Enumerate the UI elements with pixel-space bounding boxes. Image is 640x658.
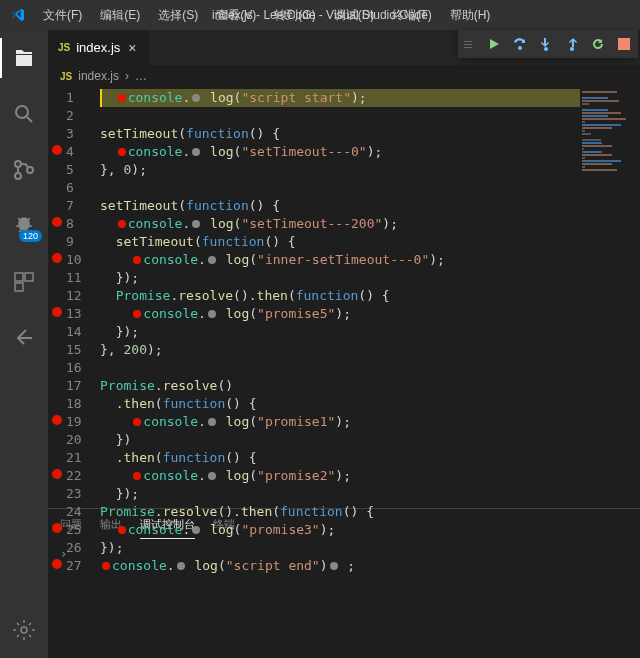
breakpoint-slot[interactable] xyxy=(48,213,66,231)
restart-button[interactable] xyxy=(590,36,606,52)
debug-activity[interactable]: 120 xyxy=(0,206,48,246)
breakpoint-slot[interactable] xyxy=(48,465,66,483)
breakpoint-slot[interactable] xyxy=(48,267,66,285)
code-line[interactable]: console. log("script end") ; xyxy=(100,557,580,575)
code-line[interactable]: console. log("promise3"); xyxy=(100,521,580,539)
breakpoint-slot[interactable] xyxy=(48,429,66,447)
breakpoint-slot[interactable] xyxy=(48,87,66,105)
line-number: 15 xyxy=(66,341,90,359)
breakpoint-slot[interactable] xyxy=(48,501,66,519)
svg-point-4 xyxy=(16,106,28,118)
extensions-activity[interactable] xyxy=(0,262,48,302)
code-line[interactable]: console. log("script start"); xyxy=(100,89,580,107)
step-into-button[interactable] xyxy=(538,36,554,52)
breakpoint-slot[interactable] xyxy=(48,393,66,411)
search-activity[interactable] xyxy=(0,94,48,134)
line-number: 20 xyxy=(66,431,90,449)
tab-index-js[interactable]: JS index.js × xyxy=(48,30,150,65)
line-number: 26 xyxy=(66,539,90,557)
editor[interactable]: 1234567891011121314151617181920212223242… xyxy=(48,87,640,508)
code-line[interactable]: .then(function() { xyxy=(100,395,580,413)
code-line[interactable]: console. log("promise5"); xyxy=(100,305,580,323)
inline-breakpoint-icon xyxy=(118,148,126,156)
code-line[interactable]: }); xyxy=(100,539,580,557)
explorer-activity[interactable] xyxy=(0,38,48,78)
breakpoint-slot[interactable] xyxy=(48,357,66,375)
breakpoint-slot[interactable] xyxy=(48,195,66,213)
menu-item[interactable]: 选择(S) xyxy=(150,3,206,28)
code-line[interactable]: }, 0); xyxy=(100,161,580,179)
step-over-button[interactable] xyxy=(512,36,528,52)
code-line[interactable]: Promise.resolve() xyxy=(100,377,580,395)
breakpoint-slot[interactable] xyxy=(48,555,66,573)
line-number: 27 xyxy=(66,557,90,575)
code-line[interactable] xyxy=(100,179,580,197)
breakpoint-slot[interactable] xyxy=(48,231,66,249)
menu-item[interactable]: 文件(F) xyxy=(35,3,90,28)
breakpoint-slot[interactable] xyxy=(48,249,66,267)
breakpoint-icon xyxy=(52,523,62,533)
breakpoint-slot[interactable] xyxy=(48,159,66,177)
code-line[interactable]: setTimeout(function() { xyxy=(100,233,580,251)
breakpoint-gutter[interactable] xyxy=(48,87,66,508)
code-line[interactable]: }); xyxy=(100,485,580,503)
code-line[interactable] xyxy=(100,359,580,377)
code-line[interactable]: console. log("promise2"); xyxy=(100,467,580,485)
leetcode-activity[interactable] xyxy=(0,318,48,358)
debug-toolbar[interactable] xyxy=(458,30,638,58)
breakpoint-slot[interactable] xyxy=(48,285,66,303)
line-number: 9 xyxy=(66,233,90,251)
code-line[interactable]: console. log("setTimeout---0"); xyxy=(100,143,580,161)
code-line[interactable]: Promise.resolve().then(function() { xyxy=(100,503,580,521)
breakpoint-slot[interactable] xyxy=(48,321,66,339)
breadcrumb-file: index.js xyxy=(78,69,119,83)
breakpoint-slot[interactable] xyxy=(48,537,66,555)
line-number: 22 xyxy=(66,467,90,485)
breakpoint-slot[interactable] xyxy=(48,123,66,141)
code-area[interactable]: console. log("script start");setTimeout(… xyxy=(100,87,580,508)
code-line[interactable] xyxy=(100,107,580,125)
source-control-activity[interactable] xyxy=(0,150,48,190)
line-number: 24 xyxy=(66,503,90,521)
breakpoint-slot[interactable] xyxy=(48,339,66,357)
code-line[interactable]: }); xyxy=(100,269,580,287)
menu-item[interactable]: 帮助(H) xyxy=(442,3,499,28)
code-line[interactable]: }, 200); xyxy=(100,341,580,359)
line-number-gutter: 1234567891011121314151617181920212223242… xyxy=(66,87,100,508)
breadcrumb[interactable]: JS index.js › … xyxy=(48,65,640,87)
line-number: 14 xyxy=(66,323,90,341)
breakpoint-slot[interactable] xyxy=(48,177,66,195)
breakpoint-slot[interactable] xyxy=(48,483,66,501)
menu-item[interactable]: 编辑(E) xyxy=(92,3,148,28)
breakpoint-slot[interactable] xyxy=(48,447,66,465)
breakpoint-slot[interactable] xyxy=(48,375,66,393)
breakpoint-slot[interactable] xyxy=(48,303,66,321)
line-number: 6 xyxy=(66,179,90,197)
line-number: 25 xyxy=(66,521,90,539)
continue-button[interactable] xyxy=(486,36,502,52)
stop-button[interactable] xyxy=(616,36,632,52)
breakpoint-slot[interactable] xyxy=(48,105,66,123)
drag-grip-icon[interactable] xyxy=(464,41,472,48)
code-line[interactable]: console. log("setTimeout---200"); xyxy=(100,215,580,233)
breakpoint-icon xyxy=(52,559,62,569)
code-line[interactable]: .then(function() { xyxy=(100,449,580,467)
step-out-button[interactable] xyxy=(564,36,580,52)
line-number: 5 xyxy=(66,161,90,179)
svg-rect-9 xyxy=(25,273,33,281)
code-line[interactable]: console. log("inner-setTimeout---0"); xyxy=(100,251,580,269)
minimap[interactable] xyxy=(580,87,640,508)
breakpoint-slot[interactable] xyxy=(48,141,66,159)
code-line[interactable]: }) xyxy=(100,431,580,449)
code-line[interactable]: Promise.resolve().then(function() { xyxy=(100,287,580,305)
breakpoint-slot[interactable] xyxy=(48,411,66,429)
code-line[interactable]: console. log("promise1"); xyxy=(100,413,580,431)
close-icon[interactable]: × xyxy=(126,40,138,56)
code-line[interactable]: setTimeout(function() { xyxy=(100,197,580,215)
vscode-logo xyxy=(0,7,35,23)
code-line[interactable]: setTimeout(function() { xyxy=(100,125,580,143)
code-line[interactable]: }); xyxy=(100,323,580,341)
inline-breakpoint-icon xyxy=(133,418,141,426)
settings-activity[interactable] xyxy=(0,610,48,650)
breakpoint-slot[interactable] xyxy=(48,519,66,537)
